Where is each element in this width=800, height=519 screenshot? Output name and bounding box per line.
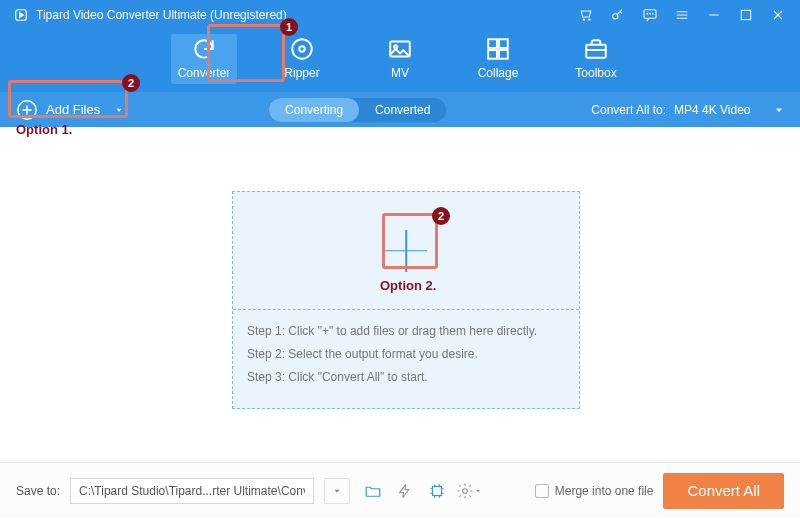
svg-marker-25 xyxy=(476,490,480,492)
chevron-down-icon xyxy=(332,486,342,496)
svg-marker-21 xyxy=(777,108,782,111)
chevron-down-icon xyxy=(114,105,124,115)
save-to-label: Save to: xyxy=(16,484,60,498)
svg-rect-17 xyxy=(499,50,508,59)
app-logo-icon xyxy=(14,8,28,22)
bolt-icon xyxy=(396,482,414,500)
step-text: Step 1: Click "+" to add files or drag t… xyxy=(247,320,565,343)
path-dropdown-button[interactable] xyxy=(324,478,350,504)
collage-icon xyxy=(485,36,511,62)
instruction-steps: Step 1: Click "+" to add files or drag t… xyxy=(233,310,579,398)
tab-mv[interactable]: MV xyxy=(367,34,433,84)
add-files-button[interactable]: Add Files xyxy=(16,99,124,121)
svg-marker-20 xyxy=(117,108,122,111)
svg-point-2 xyxy=(583,19,584,20)
svg-marker-22 xyxy=(335,489,340,492)
gear-icon xyxy=(456,482,474,500)
convert-all-to-value: MP4 4K Video xyxy=(674,103,766,117)
close-icon[interactable] xyxy=(770,7,786,23)
svg-rect-15 xyxy=(499,39,508,48)
feedback-icon[interactable] xyxy=(642,7,658,23)
tab-label: Ripper xyxy=(284,66,319,80)
tab-converter[interactable]: Converter xyxy=(171,34,237,84)
segment-converting[interactable]: Converting xyxy=(269,98,359,122)
svg-rect-23 xyxy=(433,486,442,495)
toolbox-icon xyxy=(583,36,609,62)
tab-ripper[interactable]: Ripper xyxy=(269,34,335,84)
merge-label: Merge into one file xyxy=(555,484,654,498)
convert-all-to[interactable]: Convert All to: MP4 4K Video xyxy=(591,103,784,117)
image-icon xyxy=(387,36,413,62)
chevron-down-icon xyxy=(774,105,784,115)
segment-converted[interactable]: Converted xyxy=(359,98,446,122)
svg-rect-14 xyxy=(488,39,497,48)
minimize-icon[interactable] xyxy=(706,7,722,23)
svg-point-11 xyxy=(299,46,304,51)
header: Tipard Video Converter Ultimate (Unregis… xyxy=(0,0,800,92)
svg-point-6 xyxy=(647,13,648,14)
svg-rect-16 xyxy=(488,50,497,59)
tab-label: Converter xyxy=(178,66,231,80)
main-tabs: Converter Ripper MV Collage Toolbox xyxy=(0,28,800,92)
app-title: Tipard Video Converter Ultimate (Unregis… xyxy=(36,8,287,22)
svg-point-7 xyxy=(650,13,651,14)
convert-all-button[interactable]: Convert All xyxy=(663,473,784,509)
tab-label: Toolbox xyxy=(575,66,616,80)
chip-icon xyxy=(428,482,446,500)
checkbox-icon xyxy=(535,484,549,498)
svg-point-3 xyxy=(589,19,590,20)
svg-marker-1 xyxy=(20,13,23,18)
drop-zone[interactable]: Step 1: Click "+" to add files or drag t… xyxy=(232,191,580,409)
svg-rect-18 xyxy=(586,45,606,58)
tab-collage[interactable]: Collage xyxy=(465,34,531,84)
folder-icon xyxy=(364,482,382,500)
tab-toolbox[interactable]: Toolbox xyxy=(563,34,629,84)
open-folder-button[interactable] xyxy=(360,478,386,504)
convert-icon xyxy=(191,36,217,62)
maximize-icon[interactable] xyxy=(738,7,754,23)
big-plus-button[interactable] xyxy=(381,226,431,276)
tab-label: MV xyxy=(391,66,409,80)
merge-checkbox[interactable]: Merge into one file xyxy=(535,484,654,498)
step-text: Step 3: Click "Convert All" to start. xyxy=(247,366,565,389)
settings-button[interactable] xyxy=(456,478,482,504)
chevron-down-icon xyxy=(474,487,482,495)
menu-icon[interactable] xyxy=(674,7,690,23)
status-segment: Converting Converted xyxy=(269,98,446,122)
add-files-label: Add Files xyxy=(46,102,100,117)
footer-bar: Save to: Merge into one file Conver xyxy=(0,462,800,518)
gpu-button[interactable] xyxy=(424,478,450,504)
svg-point-8 xyxy=(652,13,653,14)
sub-bar: Add Files Converting Converted Convert A… xyxy=(0,92,800,127)
plus-circle-icon xyxy=(16,99,38,121)
svg-point-24 xyxy=(463,488,468,493)
svg-rect-9 xyxy=(741,10,750,19)
main-area: Step 1: Click "+" to add files or drag t… xyxy=(0,127,800,462)
key-icon[interactable] xyxy=(610,7,626,23)
tab-label: Collage xyxy=(478,66,519,80)
cart-icon[interactable] xyxy=(578,7,594,23)
hw-accel-button[interactable] xyxy=(392,478,418,504)
save-path-input[interactable] xyxy=(70,478,314,504)
drop-zone-upper xyxy=(233,192,579,310)
disc-icon xyxy=(289,36,315,62)
svg-point-10 xyxy=(292,39,312,59)
convert-all-to-label: Convert All to: xyxy=(591,103,666,117)
svg-point-4 xyxy=(613,14,618,19)
step-text: Step 2: Select the output format you des… xyxy=(247,343,565,366)
title-bar: Tipard Video Converter Ultimate (Unregis… xyxy=(0,0,800,28)
